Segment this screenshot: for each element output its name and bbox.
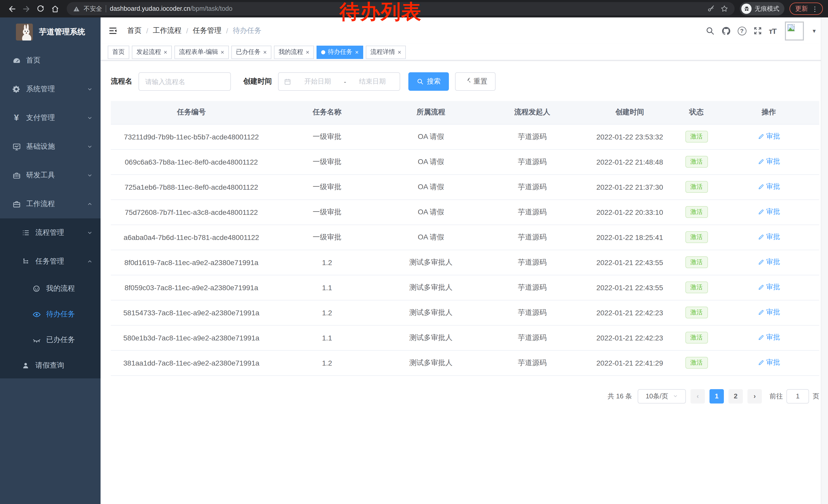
status-badge: 激活	[685, 206, 708, 218]
task-id-cell: 58154733-7ac8-11ec-a9e2-a2380e71991a	[111, 300, 272, 325]
browser-menu-icon[interactable]: ⋮	[812, 5, 818, 12]
task-id-cell: 73211d9d-7b9b-11ec-b5b7-acde48001122	[111, 124, 272, 149]
status-cell: 激活	[675, 149, 718, 174]
back-icon[interactable]	[5, 2, 18, 15]
chevron-down-icon	[87, 230, 93, 236]
tab-my-process[interactable]: 我的流程×	[274, 45, 314, 59]
approve-link[interactable]: 审批	[757, 208, 780, 217]
actions-cell: 审批	[718, 350, 819, 375]
close-icon[interactable]: ×	[263, 49, 267, 55]
table-row: 75d72608-7b7f-11ec-a3c8-acde48001122一级审批…	[111, 199, 819, 225]
approve-link[interactable]: 审批	[757, 333, 780, 342]
create-time-cell: 2022-01-21 22:43:55	[585, 250, 675, 275]
status-badge: 激活	[685, 131, 708, 142]
status-cell: 激活	[675, 275, 718, 300]
tab-form-edit[interactable]: 流程表单-编辑×	[174, 45, 229, 59]
bookmark-star-icon[interactable]	[720, 5, 729, 13]
close-icon[interactable]: ×	[220, 49, 224, 55]
tab-done-task[interactable]: 已办任务×	[232, 45, 272, 59]
process-name-input[interactable]	[138, 72, 231, 91]
github-icon[interactable]	[721, 26, 731, 36]
reload-icon[interactable]	[34, 2, 47, 15]
avatar[interactable]	[785, 21, 804, 40]
security-label[interactable]: 不安全	[84, 4, 102, 13]
date-range-picker[interactable]: 开始日期 - 结束日期	[278, 72, 400, 91]
task-id-cell: 75d72608-7b7f-11ec-a3c8-acde48001122	[111, 199, 272, 225]
create-time-label: 创建时间	[243, 77, 272, 86]
approve-link[interactable]: 审批	[757, 358, 780, 367]
not-secure-warning-icon	[73, 5, 80, 12]
sidebar-item-todo[interactable]: 待办任务	[0, 302, 100, 327]
approve-link[interactable]: 审批	[757, 182, 780, 191]
todo-task-table: 任务编号 任务名称 所属流程 流程发起人 创建时间 状态 操作 73211d9d…	[111, 101, 819, 375]
approve-link[interactable]: 审批	[757, 157, 780, 166]
approve-link[interactable]: 审批	[757, 308, 780, 317]
sidebar-item-dev[interactable]: 研发工具	[0, 161, 100, 190]
app-logo[interactable]: 芋道管理系统	[0, 17, 100, 46]
password-key-icon[interactable]	[707, 5, 715, 13]
page-button-2[interactable]: 2	[729, 389, 743, 403]
fullscreen-icon[interactable]	[753, 26, 762, 35]
sidebar-item-model[interactable]: 流程管理	[0, 218, 100, 247]
table-row: 381aa1dd-7ac8-11ec-a9e2-a2380e71991a1.2测…	[111, 350, 819, 375]
table-row: a6aba0a4-7b6d-11ec-b781-acde48001122一级审批…	[111, 225, 819, 250]
sidebar-item-leave[interactable]: 请假查询	[0, 353, 100, 378]
starter-cell: 芋道源码	[480, 124, 585, 149]
table-row: 58154733-7ac8-11ec-a9e2-a2380e71991a1.2测…	[111, 300, 819, 325]
close-icon[interactable]: ×	[306, 49, 309, 55]
status-badge: 激活	[685, 357, 708, 369]
sidebar-item-system[interactable]: 系统管理	[0, 75, 100, 103]
approve-link[interactable]: 审批	[757, 258, 780, 267]
eye-icon	[32, 310, 41, 319]
sidebar-item-label: 请假查询	[35, 361, 64, 370]
goto-page-input[interactable]	[786, 389, 809, 403]
search-button[interactable]: 搜索	[408, 72, 449, 91]
tab-start-process[interactable]: 发起流程×	[132, 45, 172, 59]
actions-cell: 审批	[718, 325, 819, 350]
process-name-label: 流程名	[111, 77, 132, 86]
tab-home[interactable]: 首页	[108, 45, 129, 59]
page-size-select[interactable]: 10条/页	[638, 389, 686, 403]
tab-todo-task[interactable]: 待办任务×	[317, 45, 363, 59]
next-page-button[interactable]: ›	[747, 389, 762, 403]
sidebar-item-label: 流程管理	[35, 228, 64, 237]
reset-button[interactable]: 重置	[455, 72, 496, 91]
home-icon[interactable]	[48, 2, 61, 15]
close-icon[interactable]: ×	[398, 49, 401, 55]
sidebar-item-bpm[interactable]: 工作流程	[0, 190, 100, 218]
column-header-process: 所属流程	[382, 101, 480, 124]
page-scrollbar[interactable]	[821, 17, 828, 504]
search-icon[interactable]	[705, 26, 714, 35]
goto-label: 前往	[770, 392, 783, 401]
breadcrumb-item[interactable]: 工作流程	[153, 26, 181, 35]
tab-process-detail[interactable]: 流程详情×	[366, 45, 406, 59]
url-text[interactable]: dashboard.yudao.iocoder.cn/bpm/task/todo	[110, 5, 233, 12]
avatar-caret-icon[interactable]: ▼	[812, 28, 817, 34]
sidebar-item-home[interactable]: 首页	[0, 46, 100, 75]
browser-update-button[interactable]: 更新 ⋮	[790, 3, 823, 15]
breadcrumb-item[interactable]: 任务管理	[193, 26, 222, 35]
start-date-placeholder[interactable]: 开始日期	[295, 77, 340, 86]
font-size-icon[interactable]: ᴛT	[769, 27, 776, 35]
sidebar-item-pay[interactable]: ¥ 支付管理	[0, 103, 100, 132]
actions-cell: 审批	[718, 199, 819, 225]
process-cell: OA 请假	[382, 199, 480, 225]
screen: 不安全 dashboard.yudao.iocoder.cn/bpm/task/…	[0, 0, 828, 504]
sidebar: 芋道管理系统 首页 系统管理 ¥ 支付管理 基础设施	[0, 17, 100, 504]
sidebar-item-done[interactable]: 已办任务	[0, 327, 100, 353]
sidebar-item-infra[interactable]: 基础设施	[0, 132, 100, 161]
task-id-cell: 725a1eb6-7b88-11ec-8ef0-acde48001122	[111, 174, 272, 199]
close-icon[interactable]: ×	[164, 49, 167, 55]
approve-link[interactable]: 审批	[757, 132, 780, 141]
end-date-placeholder[interactable]: 结束日期	[350, 77, 395, 86]
approve-link[interactable]: 审批	[757, 232, 780, 242]
task-id-cell: 580e1b3d-7ac8-11ec-a9e2-a2380e71991a	[111, 325, 272, 350]
sidebar-collapse-icon[interactable]	[108, 26, 118, 35]
help-icon[interactable]: ?	[738, 27, 746, 35]
sidebar-item-task[interactable]: 任务管理	[0, 247, 100, 276]
breadcrumb-item[interactable]: 首页	[127, 26, 141, 35]
approve-link[interactable]: 审批	[757, 283, 780, 292]
close-icon[interactable]: ×	[355, 49, 359, 55]
sidebar-item-my-process[interactable]: 我的流程	[0, 276, 100, 302]
page-button-1[interactable]: 1	[709, 389, 724, 403]
